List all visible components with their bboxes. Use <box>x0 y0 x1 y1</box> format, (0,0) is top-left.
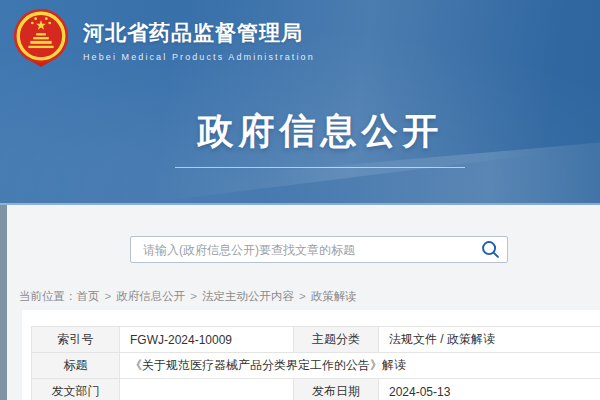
breadcrumb: 当前位置：首页>政府信息公开>法定主动公开内容>政策解读 <box>19 289 357 304</box>
breadcrumb-separator: > <box>299 290 306 302</box>
field-label-topic-category: 主题分类 <box>294 327 379 353</box>
site-brand-text: 河北省药品监督管理局 Hebei Medical Products Admini… <box>83 14 315 62</box>
site-header-banner: 河北省药品监督管理局 Hebei Medical Products Admini… <box>0 0 600 205</box>
field-value-index-number: FGWJ-2024-10009 <box>120 327 294 353</box>
field-label-title: 标题 <box>32 353 120 379</box>
table-row-title: 标题 《关于规范医疗器械产品分类界定工作的公告》解读 <box>32 353 600 379</box>
table-row-dept-date: 发文部门 发布日期 2024-05-13 <box>32 379 600 400</box>
search-bar <box>130 236 508 263</box>
breadcrumb-separator: > <box>105 290 112 302</box>
search-button[interactable] <box>479 239 501 261</box>
site-title: 河北省药品监督管理局 <box>83 20 315 46</box>
field-value-topic-category: 法规文件 / 政策解读 <box>379 327 600 353</box>
field-value-publish-date: 2024-05-13 <box>379 379 600 400</box>
breadcrumb-label: 当前位置： <box>19 290 77 302</box>
field-value-issuing-department <box>120 379 294 400</box>
breadcrumb-link-disclosure-content[interactable]: 法定主动公开内容 <box>202 290 294 302</box>
field-label-index-number: 索引号 <box>32 327 120 353</box>
field-label-issuing-department: 发文部门 <box>32 379 120 400</box>
field-value-title: 《关于规范医疗器械产品分类界定工作的公告》解读 <box>120 353 600 379</box>
site-logo-link[interactable]: 河北省药品监督管理局 Hebei Medical Products Admini… <box>10 7 315 69</box>
banner-underline <box>175 167 465 168</box>
breadcrumb-link-gov-info[interactable]: 政府信息公开 <box>116 290 185 302</box>
banner-title: 政府信息公开 <box>43 107 598 156</box>
page: 河北省药品监督管理局 Hebei Medical Products Admini… <box>0 0 600 400</box>
national-emblem-icon <box>10 7 72 69</box>
table-row-index-topic: 索引号 FGWJ-2024-10009 主题分类 法规文件 / 政策解读 <box>32 327 600 353</box>
document-meta-table: 索引号 FGWJ-2024-10009 主题分类 法规文件 / 政策解读 标题 … <box>31 326 600 400</box>
breadcrumb-link-home[interactable]: 首页 <box>77 290 100 302</box>
field-label-publish-date: 发布日期 <box>294 379 379 400</box>
site-subtitle-en: Hebei Medical Products Administration <box>83 52 315 62</box>
search-input[interactable] <box>130 236 508 263</box>
search-icon <box>480 239 501 260</box>
breadcrumb-link-policy-interpretation[interactable]: 政策解读 <box>311 290 357 302</box>
page-edge-strip <box>0 205 7 400</box>
breadcrumb-separator: > <box>190 290 197 302</box>
